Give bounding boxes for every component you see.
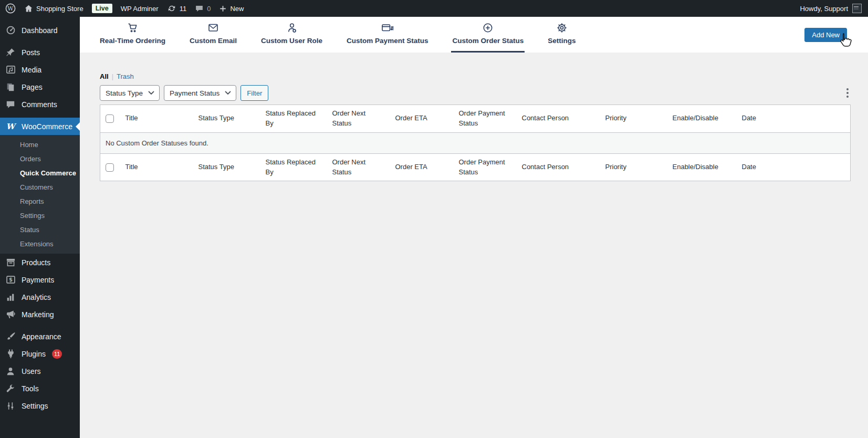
new-content-menu[interactable]: New	[219, 5, 244, 13]
woocommerce-submenu: Home Orders Quick Commerce Customers Rep…	[0, 135, 80, 254]
payment-status-select[interactable]: Payment Status	[164, 85, 236, 101]
submenu-item-reports[interactable]: Reports	[0, 194, 80, 208]
select-all-checkbox-footer[interactable]	[106, 163, 114, 172]
admin-bar: W Shopping Store Live WP Adminer 11 0	[0, 0, 868, 17]
chevron-down-icon	[148, 91, 154, 95]
chevron-down-icon	[225, 91, 231, 95]
column-status-replaced-by: Status Replaced By	[260, 105, 327, 133]
plugin-tabs: Real-Time Ordering Custom Email Custom U…	[100, 17, 576, 53]
filter-row: Status Type Payment Status Filter	[100, 85, 851, 101]
sidebar-item-appearance[interactable]: Appearance	[0, 328, 80, 345]
wrench-icon	[5, 384, 16, 393]
column-enable-disable: Enable/Disable	[667, 153, 737, 181]
wp-adminer-link[interactable]: WP Adminer	[121, 5, 159, 13]
products-icon	[5, 257, 16, 267]
sidebar-item-tools[interactable]: Tools	[0, 380, 80, 397]
dashboard-icon	[5, 25, 16, 35]
pages-icon	[5, 82, 16, 92]
woocommerce-icon: W	[5, 122, 16, 131]
submenu-item-quick-commerce[interactable]: Quick Commerce	[0, 166, 80, 180]
plugin-tab-header: Real-Time Ordering Custom Email Custom U…	[80, 17, 868, 53]
sidebar-item-posts[interactable]: Posts	[0, 44, 80, 61]
tab-custom-email[interactable]: Custom Email	[190, 17, 237, 53]
tab-custom-user-role[interactable]: Custom User Role	[261, 17, 322, 53]
sliders-icon	[5, 401, 16, 411]
megaphone-icon	[5, 309, 16, 319]
sidebar-item-media[interactable]: Media	[0, 61, 80, 78]
column-order-eta: Order ETA	[390, 153, 454, 181]
comments-indicator[interactable]: 0	[195, 4, 211, 13]
submenu-item-status[interactable]: Status	[0, 223, 80, 237]
tab-real-time-ordering[interactable]: Real-Time Ordering	[100, 17, 165, 53]
column-order-next-status: Order Next Status	[327, 105, 390, 133]
table-header-row: Title Status Type Status Replaced By Ord…	[100, 105, 851, 133]
column-enable-disable: Enable/Disable	[667, 105, 737, 133]
svg-text:$: $	[9, 277, 13, 283]
svg-text:W: W	[7, 5, 14, 12]
column-status-type: Status Type	[193, 153, 260, 181]
status-type-select[interactable]: Status Type	[100, 85, 160, 101]
sidebar-item-pages[interactable]: Pages	[0, 78, 80, 96]
sidebar-item-settings[interactable]: Settings	[0, 397, 80, 414]
tab-custom-order-status[interactable]: Custom Order Status	[452, 17, 524, 53]
home-icon	[24, 4, 33, 13]
sidebar-item-payments[interactable]: $ Payments	[0, 271, 80, 288]
filter-button[interactable]: Filter	[240, 85, 268, 101]
view-all-link[interactable]: All	[100, 72, 109, 80]
sidebar-item-woocommerce[interactable]: W WooCommerce	[0, 118, 80, 135]
sidebar-item-marketing[interactable]: Marketing	[0, 306, 80, 323]
list-views: All | Trash	[100, 72, 851, 80]
plugins-update-badge: 11	[52, 349, 62, 359]
sidebar-item-comments[interactable]: Comments	[0, 96, 80, 113]
sidebar-item-plugins[interactable]: Plugins 11	[0, 345, 80, 362]
plus-circle-icon	[482, 22, 494, 34]
avatar[interactable]	[852, 4, 862, 13]
submenu-item-orders[interactable]: Orders	[0, 152, 80, 166]
media-icon	[5, 65, 16, 75]
column-order-payment-status: Order Payment Status	[454, 153, 517, 181]
sidebar: Dashboard Posts Media Pages	[0, 17, 80, 438]
view-separator: |	[112, 72, 113, 80]
plugin-icon	[5, 349, 16, 359]
select-all-checkbox[interactable]	[106, 114, 114, 123]
live-badge: Live	[92, 4, 112, 13]
new-label: New	[230, 5, 244, 13]
submenu-item-settings[interactable]: Settings	[0, 208, 80, 223]
submenu-item-customers[interactable]: Customers	[0, 180, 80, 194]
column-date: Date	[737, 105, 851, 133]
sidebar-item-products[interactable]: Products	[0, 254, 80, 271]
wordpress-logo-icon[interactable]: W	[5, 3, 16, 14]
add-new-button[interactable]: Add New	[804, 28, 847, 42]
envelope-icon	[207, 22, 219, 34]
site-name-link[interactable]: Shopping Store	[24, 4, 83, 13]
sidebar-item-users[interactable]: Users	[0, 362, 80, 380]
tab-settings[interactable]: Settings	[548, 17, 576, 53]
column-contact-person: Contact Person	[517, 105, 600, 133]
content-area: All | Trash Status Type Payment Status F…	[80, 53, 868, 181]
column-contact-person: Contact Person	[517, 153, 600, 181]
analytics-icon	[5, 293, 16, 302]
comment-icon	[195, 4, 204, 13]
column-priority: Priority	[600, 153, 667, 181]
user-icon	[5, 367, 16, 376]
column-title: Title	[120, 153, 193, 181]
submenu-item-home[interactable]: Home	[0, 138, 80, 152]
user-role-icon	[286, 22, 298, 34]
submenu-item-extensions[interactable]: Extensions	[0, 237, 80, 251]
pin-icon	[5, 48, 16, 57]
comments-count: 0	[207, 5, 211, 13]
column-date: Date	[737, 153, 851, 181]
kebab-menu-icon[interactable]	[844, 86, 851, 100]
comments-icon	[5, 100, 16, 109]
howdy-account-link[interactable]: Howdy, Support	[800, 5, 848, 13]
view-trash-link[interactable]: Trash	[117, 72, 134, 80]
empty-message: No Custom Order Statuses found.	[100, 132, 851, 153]
main-area: Real-Time Ordering Custom Email Custom U…	[80, 17, 868, 438]
table-footer-row: Title Status Type Status Replaced By Ord…	[100, 153, 851, 181]
tab-custom-payment-status[interactable]: Custom Payment Status	[347, 17, 428, 53]
updates-icon	[167, 4, 176, 13]
updates-indicator[interactable]: 11	[167, 4, 187, 13]
column-status-replaced-by: Status Replaced By	[260, 153, 327, 181]
sidebar-item-analytics[interactable]: Analytics	[0, 288, 80, 306]
sidebar-item-dashboard[interactable]: Dashboard	[0, 22, 80, 39]
